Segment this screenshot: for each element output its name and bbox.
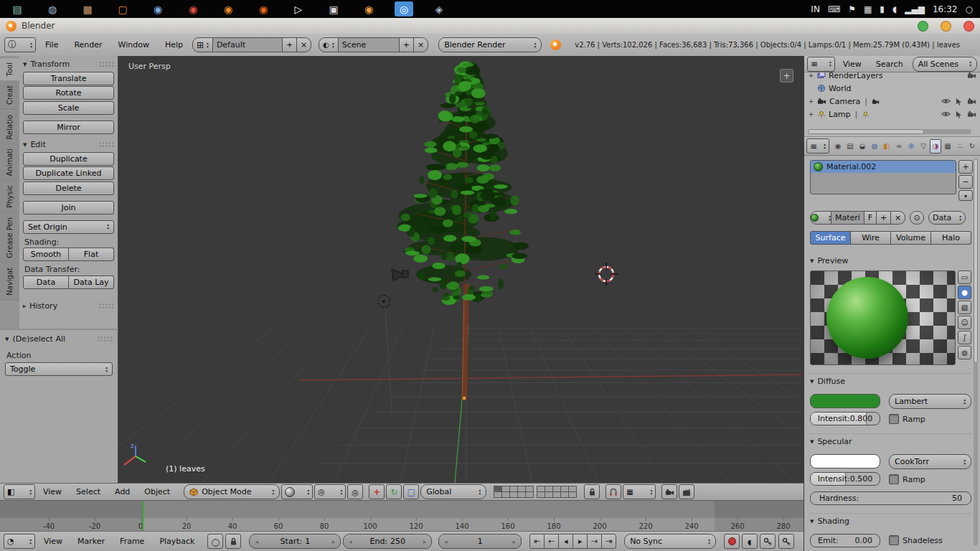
- render-engine-dropdown[interactable]: Blender Render: [438, 37, 542, 52]
- properties-tab-render-layers[interactable]: ▤: [844, 139, 856, 154]
- pivot-point-dropdown[interactable]: [314, 484, 346, 499]
- layer-toggle[interactable]: [502, 492, 510, 498]
- current-frame-line[interactable]: [142, 501, 143, 532]
- layer-toggle[interactable]: [494, 486, 502, 492]
- toolshelf-tab-creat[interactable]: Creat: [0, 81, 19, 110]
- increment-arrow-icon[interactable]: ▸: [332, 538, 336, 545]
- fake-user-button[interactable]: F: [864, 211, 877, 225]
- set-origin-dropdown[interactable]: Set Origin: [23, 220, 114, 234]
- jump-to-end-button[interactable]: ⇥: [601, 534, 616, 549]
- lock-to-scene-toggle[interactable]: [584, 484, 600, 499]
- audio-scrubbing-toggle[interactable]: [742, 534, 758, 549]
- layer-toggle[interactable]: [526, 486, 534, 492]
- archive-manager-icon[interactable]: ▦: [78, 1, 97, 17]
- files-app-icon[interactable]: ▤: [8, 1, 27, 17]
- mode-dropdown[interactable]: Object Mode: [184, 484, 280, 499]
- layer-toggle[interactable]: [537, 486, 545, 492]
- flag-indicator[interactable]: ⚑: [848, 4, 856, 14]
- maximize-button[interactable]: [941, 21, 951, 32]
- scene-name-field[interactable]: Scene: [339, 37, 400, 52]
- visibility-eye-icon[interactable]: [941, 98, 951, 105]
- editor-type-button-info[interactable]: [4, 37, 36, 52]
- properties-tab-modifiers[interactable]: ⊕: [905, 139, 917, 154]
- opera-browser-icon[interactable]: ◉: [184, 1, 202, 17]
- browse-scenes-button[interactable]: [319, 37, 339, 52]
- delete-button[interactable]: Delete: [23, 182, 114, 195]
- manipulator-rotate-toggle[interactable]: [386, 484, 402, 499]
- battery-indicator[interactable]: ▮: [880, 4, 885, 14]
- previous-keyframe-button[interactable]: ⇠: [544, 534, 559, 549]
- editor-type-button-timeline[interactable]: [4, 534, 35, 549]
- layer-toggle[interactable]: [537, 492, 545, 498]
- keyboard-layout-indicator[interactable]: IN: [811, 4, 820, 14]
- shadeless-checkbox[interactable]: Shadeless: [889, 535, 971, 545]
- firefox-browser-icon[interactable]: ◉: [219, 1, 237, 17]
- editor-type-button-3dview[interactable]: [4, 484, 35, 499]
- material-type-volume[interactable]: Volume: [891, 231, 931, 245]
- toolshelf-tab-grease-pen[interactable]: Grease Pen: [0, 213, 19, 263]
- mirror-button[interactable]: Mirror: [23, 121, 114, 134]
- layer-toggle[interactable]: [518, 486, 526, 492]
- panel-header-edit[interactable]: Edit: [23, 138, 114, 151]
- panel-header-transform[interactable]: Transform: [23, 58, 114, 70]
- menu-window[interactable]: Window: [112, 40, 156, 50]
- opengl-render-anim-button[interactable]: [679, 484, 694, 499]
- layer-toggle[interactable]: [518, 492, 526, 498]
- current-frame-field[interactable]: ◂ 1 ▸: [438, 534, 522, 549]
- outliner-item-lamp[interactable]: + Lamp |: [804, 108, 980, 121]
- outliner-horizontal-scrollbar[interactable]: [808, 129, 971, 134]
- system-settings-icon[interactable]: ◈: [430, 1, 448, 17]
- properties-scrollbar[interactable]: [974, 159, 978, 546]
- layer-toggle[interactable]: [545, 486, 553, 492]
- menu-view[interactable]: View: [37, 487, 68, 496]
- network-signal[interactable]: ▂▄▆: [905, 4, 925, 14]
- properties-tab-world[interactable]: ◍: [869, 139, 880, 154]
- preview-type-flat[interactable]: ▭: [958, 270, 971, 284]
- timeline-ruler[interactable]: -40-200204060801001201401601802002202402…: [0, 500, 804, 532]
- render-restrict-icon[interactable]: [967, 110, 976, 118]
- menu-playback[interactable]: Playback: [153, 537, 201, 546]
- layer-toggle[interactable]: [494, 492, 502, 498]
- specular-ramp-checkbox[interactable]: Ramp: [889, 474, 971, 484]
- diffuse-ramp-checkbox[interactable]: Ramp: [889, 414, 971, 424]
- layer-toggle[interactable]: [553, 492, 561, 498]
- lock-time-toggle[interactable]: [225, 534, 241, 549]
- outliner-item-camera[interactable]: + Camera |: [804, 95, 980, 108]
- link-data-dropdown[interactable]: Data: [928, 211, 966, 225]
- insert-keyframe-button[interactable]: [760, 534, 776, 549]
- menu-frame[interactable]: Frame: [113, 537, 151, 546]
- delete-layout-button[interactable]: [297, 37, 311, 52]
- manipulator-scale-toggle[interactable]: [403, 484, 419, 499]
- menu-render[interactable]: Render: [67, 40, 108, 50]
- shade-smooth-button[interactable]: Smooth: [23, 248, 69, 261]
- terminal-icon[interactable]: ▣: [324, 1, 343, 17]
- menu-add[interactable]: Add: [108, 487, 136, 496]
- clock[interactable]: 16:32: [933, 4, 958, 14]
- panel-grip-icon[interactable]: [98, 61, 114, 67]
- transform-orientation-dropdown[interactable]: Global: [420, 484, 486, 499]
- duplicate-linked-button[interactable]: Duplicate Linked: [23, 166, 114, 180]
- panel-header-specular[interactable]: Specular: [810, 433, 971, 448]
- material-type-wire[interactable]: Wire: [851, 231, 891, 245]
- data-transfer-layout-button[interactable]: Data Lay: [69, 276, 114, 289]
- outliner-item-world[interactable]: World: [804, 82, 980, 95]
- jump-to-start-button[interactable]: ⇤: [529, 534, 545, 549]
- layer-toggle[interactable]: [553, 486, 561, 492]
- panel-grip-icon[interactable]: [98, 141, 114, 148]
- diffuse-intensity-slider[interactable]: Intensit:0.800: [810, 412, 880, 425]
- toolshelf-tab-physic[interactable]: Physic: [0, 181, 19, 213]
- outliner-item-renderlayers[interactable]: + RenderLayers: [804, 72, 980, 82]
- panel-grip-icon[interactable]: [97, 336, 113, 342]
- scale-button[interactable]: Scale: [23, 101, 114, 115]
- minimize-button[interactable]: [918, 21, 928, 32]
- pin-id-button[interactable]: [910, 211, 924, 225]
- emit-field[interactable]: Emit: 0.00: [810, 534, 880, 547]
- layer-toggle[interactable]: [569, 492, 577, 498]
- selectability-cursor-icon[interactable]: [956, 98, 962, 105]
- editor-type-button-properties[interactable]: [806, 138, 829, 154]
- properties-region-expand-button[interactable]: +: [780, 69, 793, 83]
- layer-toggle[interactable]: [526, 492, 534, 498]
- lamp-object[interactable]: [378, 296, 390, 308]
- properties-tab-constraints[interactable]: ∞: [893, 139, 905, 154]
- data-transfer-data-button[interactable]: Data: [23, 276, 69, 289]
